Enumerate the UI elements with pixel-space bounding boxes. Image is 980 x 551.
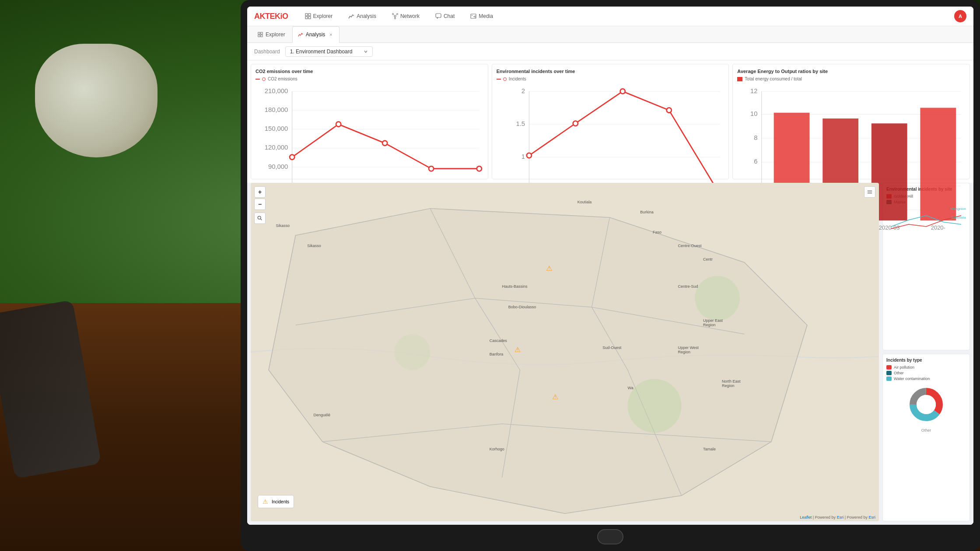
svg-point-88 [695,276,740,321]
tab-explorer[interactable]: Explorer [252,26,290,42]
svg-point-86 [628,379,682,433]
incident-marker-2: ⚠ [514,345,521,354]
incidents-legend-dot [503,77,507,81]
svg-point-87 [394,334,430,370]
svg-line-9 [396,15,396,16]
donut-chart-container [886,383,966,426]
zoom-in-button[interactable]: + [254,186,266,198]
media-icon [470,13,476,19]
svg-rect-3 [308,17,311,19]
co2-chart-title: CO2 emissions over time [256,69,483,74]
nav-chat[interactable]: Chat [432,11,458,21]
svg-rect-18 [261,35,262,36]
sites-chart-svg [886,207,966,233]
map-container: Koutiala Sikasso Sikasso Hauts-Bassins B… [251,183,879,521]
svg-marker-14 [473,15,476,18]
nav-explorer[interactable]: Explorer [301,11,336,21]
co2-chart-panel: CO2 emissions over time CO2 emissions 21… [251,64,488,179]
nav-media-label: Media [479,13,493,19]
incident-marker-1: ⚠ [546,264,552,272]
chart-icon [348,13,354,19]
nav-chat-label: Chat [444,13,455,19]
svg-rect-2 [305,17,308,19]
map-legend: ⚠ Incidents [258,495,294,508]
svg-point-37 [336,122,341,126]
incident-marker-3: ⚠ [552,393,558,401]
sites-chart: Wahgnion Sabodata [886,207,966,233]
nav-analysis-label: Analysis [357,13,376,19]
svg-text:1.5: 1.5 [516,120,525,127]
search-map-button[interactable] [254,213,266,224]
svg-point-4 [394,15,396,17]
svg-point-13 [472,15,472,16]
nav-analysis[interactable]: Analysis [345,11,380,21]
type-legend-other: Other [886,371,966,375]
user-avatar[interactable]: A [954,10,966,22]
svg-point-89 [258,216,261,219]
svg-text:120,000: 120,000 [265,143,288,151]
tab-analysis-label: Analysis [306,31,326,38]
svg-rect-11 [436,14,441,17]
tablet-screen: AKTEKiO Explorer Analysis [247,7,973,525]
nav-explorer-label: Explorer [313,13,333,19]
svg-point-58 [620,89,625,94]
layer-icon [867,189,873,195]
co2-chart-legend: CO2 emissions [256,77,483,81]
coffee-cup [35,44,158,157]
chat-icon [435,13,441,19]
toolbar: Dashboard 1. Environment Dashboard [247,43,973,60]
incidents-legend-label: Incidents [509,77,526,81]
incidents-chart-title: Environmental incidents over time [497,69,724,74]
water-swatch [886,377,892,381]
incidents-by-site-panel: Environmental incidents by site Golden H… [882,183,970,350]
svg-text:6: 6 [754,157,758,165]
tab-close-button[interactable]: × [328,31,334,38]
sabodata-label: Sabodata [951,216,966,220]
top-nav: AKTEKiO Explorer Analysis [247,7,973,26]
svg-line-8 [393,15,394,16]
layer-control-button[interactable] [864,186,875,198]
content-area: CO2 emissions over time CO2 emissions 21… [247,60,973,525]
energy-chart-legend: Total energy consumed / total [737,77,965,81]
svg-text:12: 12 [750,87,758,94]
svg-text:90,000: 90,000 [268,163,288,170]
tab-analysis[interactable]: Analysis × [292,26,340,43]
svg-text:8: 8 [754,134,758,141]
svg-point-5 [392,14,393,15]
tablet: AKTEKiO Explorer Analysis [241,0,980,551]
map-row: Koutiala Sikasso Sikasso Hauts-Bassins B… [247,183,973,525]
leaflet-link[interactable]: Leaflet [800,515,812,520]
network-icon [392,13,398,19]
other-type-label: Other [894,371,904,375]
logo-text2: O [282,12,288,21]
incidents-legend-line [497,79,501,80]
svg-text:180,000: 180,000 [265,106,288,113]
nav-media[interactable]: Media [467,11,497,21]
zoom-out-button[interactable]: − [254,199,266,210]
app-chrome: AKTEKiO Explorer Analysis [247,7,973,525]
tablet-home-button[interactable] [597,529,623,544]
co2-legend-dot [262,77,266,81]
esri-link-2[interactable]: Esri [869,515,876,520]
tab-explorer-icon [258,32,263,37]
svg-point-56 [526,153,531,158]
svg-point-57 [573,121,578,126]
tab-bar: Explorer Analysis × [247,26,973,43]
right-panels: Environmental incidents by site Golden H… [882,183,970,521]
other-bottom-label: Other [886,428,966,432]
svg-rect-15 [258,32,260,34]
esri-link-1[interactable]: Esri [837,515,844,520]
dashboard-selector[interactable]: 1. Environment Dashboard [285,46,373,57]
svg-text:1: 1 [521,153,525,160]
nav-network[interactable]: Network [388,11,423,21]
tab-analysis-icon [298,32,303,37]
co2-legend-label: CO2 emissions [268,77,298,81]
co2-legend-line [256,79,260,80]
svg-rect-80 [920,108,956,220]
wahgnion-label: Wahgnion [950,207,966,211]
svg-point-97 [917,395,936,414]
svg-point-6 [396,14,398,15]
svg-rect-1 [308,14,311,16]
app-logo: AKTEKiO [254,12,288,21]
water-label: Water contamination [894,377,930,381]
